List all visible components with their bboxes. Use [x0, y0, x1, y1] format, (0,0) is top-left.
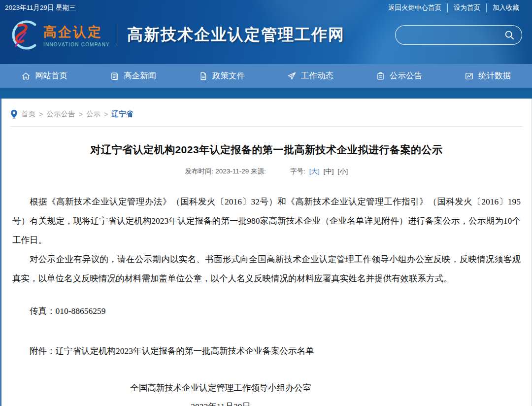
top-utility-bar: 2023年11月29日 星期三 返回火炬中心首页 设为首页 加入收藏	[0, 0, 532, 13]
paper-plane-icon	[287, 71, 297, 81]
nav-item-statistics[interactable]: 统计数据	[443, 64, 532, 88]
nav-item-news[interactable]: 高企新闻	[89, 64, 177, 88]
main-content: 首页 > 公示公告 > 公示 > 辽宁省 对辽宁省认定机构2023年认定报备的第…	[0, 99, 532, 406]
article-paragraph: 对公示企业有异议的，请在公示期内以实名、书面形式向全国高新技术企业认定管理工作领…	[12, 250, 521, 288]
publish-date: 2023-11-29	[215, 168, 249, 175]
logo-mark-icon	[4, 18, 40, 52]
attachment-label: 附件：	[30, 346, 56, 356]
breadcrumb-separator: >	[104, 110, 108, 118]
nav-item-label: 公示公告	[390, 70, 422, 81]
source-label: 来源:	[251, 168, 266, 175]
news-icon	[110, 71, 119, 81]
nav-item-label: 高企新闻	[124, 70, 156, 81]
nav-item-announcements[interactable]: 公示公告	[355, 64, 443, 88]
signature-date: 2023年11月29日	[12, 397, 429, 406]
site-header: 2023年11月29日 星期三 返回火炬中心首页 设为首页 加入收藏 高企认定 …	[0, 0, 532, 64]
current-date: 2023年11月29日 星期三	[5, 3, 76, 12]
policy-doc-icon	[199, 71, 208, 81]
nav-item-label: 政策文件	[212, 70, 245, 81]
breadcrumb-home[interactable]: 首页	[21, 109, 35, 119]
breadcrumb-divider	[10, 126, 523, 127]
logo-text: 高企认定 INNOVATION COMPANY	[43, 23, 110, 47]
font-size-large-button[interactable]: [大]	[309, 168, 320, 175]
site-title: 高新技术企业认定管理工作网	[127, 24, 345, 46]
breadcrumb-current-liaoning[interactable]: 辽宁省	[111, 109, 133, 119]
publish-time-label: 发布时间:	[185, 168, 214, 175]
logo-cn-text: 高企认定	[43, 23, 110, 41]
nav-item-label: 工作动态	[301, 70, 333, 81]
font-size-label: 字号:	[290, 168, 305, 175]
logo-title-divider	[118, 24, 118, 46]
breadcrumb-publicity[interactable]: 公示	[86, 109, 100, 119]
signature-office: 全国高新技术企业认定管理工作领导小组办公室	[12, 378, 429, 397]
attachment-link[interactable]: 辽宁省认定机构2023年认定报备的第一批高新技术企业备案公示名单	[56, 346, 314, 356]
logo-en-text: INNOVATION COMPANY	[43, 42, 110, 47]
add-favorite-link[interactable]: 加入收藏	[486, 3, 525, 12]
search-icon[interactable]	[504, 29, 516, 41]
stats-chart-icon	[465, 71, 474, 81]
main-nav: 网站首页 高企新闻 政策文件 工作动态 公示公告	[0, 64, 532, 88]
nav-item-home[interactable]: 网站首页	[0, 64, 89, 88]
fax-line: 传真：010-88656259	[12, 302, 521, 321]
nav-item-dynamics[interactable]: 工作动态	[266, 64, 355, 88]
search-input[interactable]	[403, 31, 504, 39]
back-to-torch-home-link[interactable]: 返回火炬中心首页	[382, 3, 447, 12]
attachment-line: 附件：辽宁省认定机构2023年认定报备的第一批高新技术企业备案公示名单	[12, 341, 521, 361]
article-meta: 发布时间: 2023-11-29 来源: 字号: [大] [中] [小]	[12, 167, 521, 176]
font-size-small-button[interactable]: [小]	[337, 168, 348, 175]
nav-bottom-band	[0, 88, 532, 99]
location-pin-icon	[10, 109, 18, 119]
breadcrumb-separator: >	[39, 110, 43, 118]
article-title: 对辽宁省认定机构2023年认定报备的第一批高新技术企业拟进行备案的公示	[12, 143, 521, 157]
nav-item-label: 网站首页	[35, 70, 67, 81]
search-box	[395, 25, 522, 45]
announcement-icon	[376, 71, 385, 81]
breadcrumb-announcements[interactable]: 公示公告	[46, 109, 75, 119]
nav-item-policy[interactable]: 政策文件	[177, 64, 266, 88]
font-size-medium-button[interactable]: [中]	[324, 168, 334, 175]
signature-block: 全国高新技术企业认定管理工作领导小组办公室 2023年11月29日	[12, 378, 429, 406]
breadcrumb-separator: >	[78, 110, 82, 118]
nav-item-label: 统计数据	[478, 70, 511, 81]
topbar-links: 返回火炬中心首页 设为首页 加入收藏	[382, 3, 525, 12]
breadcrumb: 首页 > 公示公告 > 公示 > 辽宁省	[10, 99, 523, 119]
set-homepage-link[interactable]: 设为首页	[447, 3, 486, 12]
article-body: 根据《高新技术企业认定管理办法》（国科发火〔2016〕32号）和《高新技术企业认…	[12, 192, 521, 288]
article: 对辽宁省认定机构2023年认定报备的第一批高新技术企业拟进行备案的公示 发布时间…	[10, 143, 523, 406]
site-logo[interactable]: 高企认定 INNOVATION COMPANY	[4, 18, 110, 52]
home-icon	[21, 71, 31, 81]
banner-row: 高企认定 INNOVATION COMPANY 高新技术企业认定管理工作网	[0, 13, 532, 52]
article-paragraph: 根据《高新技术企业认定管理办法》（国科发火〔2016〕32号）和《高新技术企业认…	[12, 192, 521, 250]
